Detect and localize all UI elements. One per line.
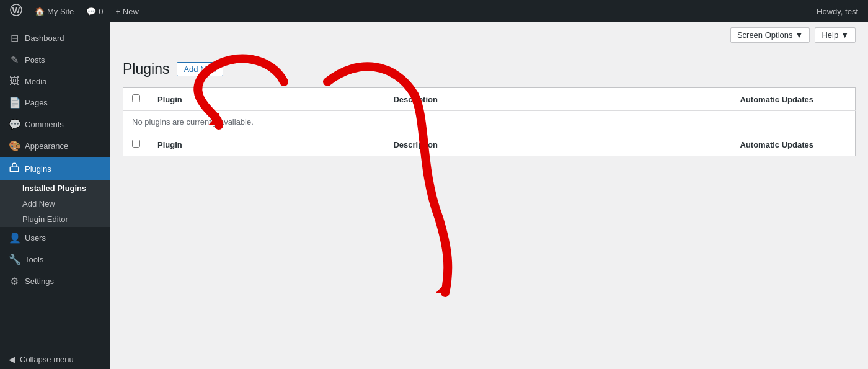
description-col-footer: Description <box>384 133 731 156</box>
collapse-icon: ◀ <box>9 355 15 364</box>
sidebar-item-plugins[interactable]: Plugins <box>0 157 110 180</box>
no-plugins-message: No plugins are currently available. <box>123 111 856 133</box>
select-all-footer-checkbox[interactable] <box>132 140 140 148</box>
help-button[interactable]: Help ▼ <box>815 27 856 43</box>
sidebar-item-label: Dashboard <box>25 33 64 43</box>
add-new-button[interactable]: Add New <box>177 62 223 76</box>
sidebar-item-label: Plugins <box>25 164 51 174</box>
sidebar-item-media[interactable]: 🖼 Media <box>0 71 110 92</box>
submenu-plugin-editor[interactable]: Plugin Editor <box>0 211 110 227</box>
dashboard-icon: ⊟ <box>9 32 20 44</box>
select-all-checkbox[interactable] <box>132 94 140 102</box>
admin-bar: W 🏠 My Site 💬 0 + New Howdy, test <box>0 0 868 22</box>
wp-wrap: ⊟ Dashboard ✎ Posts 🖼 Media 📄 Pages 💬 Co… <box>0 22 868 369</box>
adminmenu-wrap: ⊟ Dashboard ✎ Posts 🖼 Media 📄 Pages 💬 Co… <box>0 27 110 369</box>
new-content-item[interactable]: + New <box>111 0 144 22</box>
sidebar-item-tools[interactable]: 🔧 Tools <box>0 249 110 270</box>
auto-updates-col-footer: Automatic Updates <box>732 133 856 156</box>
table-body: No plugins are currently available. <box>123 111 856 133</box>
media-icon: 🖼 <box>9 76 20 87</box>
submenu-add-new[interactable]: Add New <box>0 196 110 211</box>
select-all-header <box>123 88 149 111</box>
select-all-footer-header <box>123 133 149 156</box>
sidebar-item-settings[interactable]: ⚙ Settings <box>0 270 110 292</box>
comments-icon: 💬 <box>86 7 96 16</box>
wp-logo-item[interactable]: W <box>5 0 27 22</box>
tools-icon: 🔧 <box>9 254 20 265</box>
sidebar-item-posts[interactable]: ✎ Posts <box>0 49 110 71</box>
plugins-table: Plugin Description Automatic Updates No … <box>123 87 856 156</box>
collapse-menu-item[interactable]: ◀ Collapse menu <box>0 350 110 369</box>
sidebar-item-label: Pages <box>25 98 48 107</box>
comments-count: 0 <box>99 7 103 16</box>
svg-text:W: W <box>12 6 20 15</box>
adminbar-right: Howdy, test <box>812 7 863 16</box>
page-header: Plugins Add New <box>123 61 856 78</box>
comments-menu-icon: 💬 <box>9 118 20 130</box>
plugins-submenu: Installed Plugins Add New Plugin Editor <box>0 180 110 227</box>
sidebar-item-appearance[interactable]: 🎨 Appearance <box>0 135 110 157</box>
description-col-header: Description <box>384 88 731 111</box>
screen-options-label: Screen Options <box>737 30 793 40</box>
my-site-item[interactable]: 🏠 My Site <box>30 0 79 22</box>
help-label: Help <box>822 30 838 40</box>
auto-updates-col-header: Automatic Updates <box>732 88 856 111</box>
sidebar-item-pages[interactable]: 📄 Pages <box>0 92 110 113</box>
wp-logo-icon: W <box>10 4 22 19</box>
page-title: Plugins <box>123 61 169 78</box>
admin-menu: ⊟ Dashboard ✎ Posts 🖼 Media 📄 Pages 💬 Co… <box>0 22 110 369</box>
users-icon: 👤 <box>9 232 20 244</box>
svg-rect-2 <box>10 167 19 172</box>
adminbar-left: W 🏠 My Site 💬 0 + New <box>5 0 144 22</box>
home-icon: 🏠 <box>35 7 45 16</box>
screen-options-button[interactable]: Screen Options ▼ <box>730 27 810 43</box>
table-footer-row: Plugin Description Automatic Updates <box>123 133 856 156</box>
appearance-icon: 🎨 <box>9 140 20 152</box>
help-arrow-icon: ▼ <box>841 30 849 40</box>
sidebar-item-comments[interactable]: 💬 Comments <box>0 113 110 135</box>
sidebar-item-label: Posts <box>25 55 45 64</box>
sidebar-item-dashboard[interactable]: ⊟ Dashboard <box>0 27 110 49</box>
wp-content: Screen Options ▼ Help ▼ Plugins Add New <box>110 22 868 369</box>
collapse-label: Collapse menu <box>20 355 74 364</box>
content-topbar: Screen Options ▼ Help ▼ <box>110 22 868 48</box>
sidebar-item-label: Settings <box>25 277 54 286</box>
howdy-text: Howdy, test <box>812 7 863 16</box>
submenu-installed-plugins[interactable]: Installed Plugins <box>0 180 110 196</box>
sidebar-item-label: Users <box>25 233 46 242</box>
sidebar-item-label: Comments <box>25 120 64 129</box>
table-foot: Plugin Description Automatic Updates <box>123 133 856 156</box>
table-head: Plugin Description Automatic Updates <box>123 88 856 111</box>
screen-options-arrow-icon: ▼ <box>795 30 804 40</box>
sidebar-item-label: Tools <box>25 255 43 264</box>
plugin-col-header: Plugin <box>149 88 384 111</box>
table-header-row: Plugin Description Automatic Updates <box>123 88 856 111</box>
comments-item[interactable]: 💬 0 <box>81 0 108 22</box>
no-plugins-row: No plugins are currently available. <box>123 111 856 133</box>
plugins-icon <box>9 162 20 176</box>
my-site-label: My Site <box>47 7 74 16</box>
plugin-col-footer: Plugin <box>149 133 384 156</box>
new-content-label: + New <box>116 7 139 16</box>
sidebar-item-label: Media <box>25 77 46 86</box>
sidebar-item-label: Appearance <box>25 141 68 151</box>
pages-icon: 📄 <box>9 97 20 109</box>
wp-body-content: Plugins Add New Plugin Description <box>110 48 868 369</box>
sidebar-item-users[interactable]: 👤 Users <box>0 227 110 249</box>
settings-icon: ⚙ <box>9 275 20 287</box>
posts-icon: ✎ <box>9 54 20 66</box>
menu-spacer <box>0 292 110 350</box>
